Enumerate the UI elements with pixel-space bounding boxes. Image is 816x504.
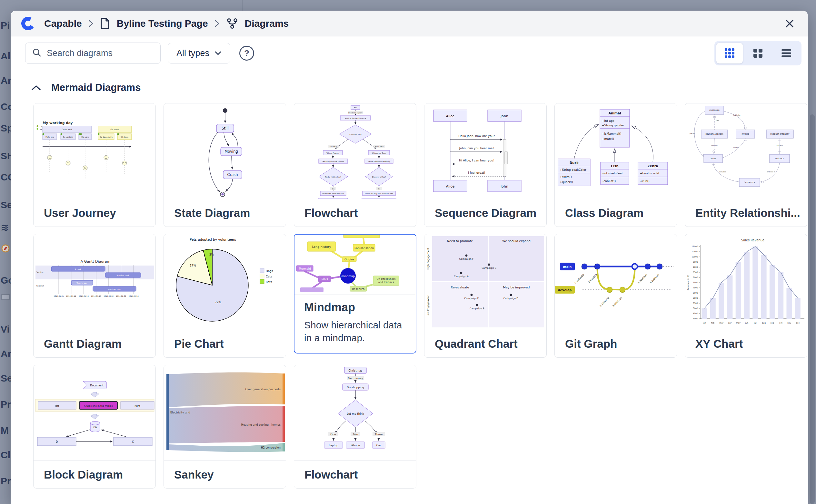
svg-text:ORDER: ORDER [710, 158, 716, 160]
backdrop-text-fragment: Cl [1, 450, 12, 460]
svg-text:2014-01-26: 2014-01-26 [91, 295, 101, 297]
diagram-card-quadrant-chart[interactable]: Need to promote We should expand Re-eval… [424, 234, 547, 358]
svg-text:apr: apr [728, 322, 732, 324]
diagram-card-block-diagram[interactable]: Document left A wide one in the middle r… [33, 365, 156, 489]
diagram-card-git-graph[interactable]: main develop 0-bd5aa20 1-8fae879 2-1094a… [554, 234, 677, 358]
view-large-grid-button[interactable] [745, 43, 771, 63]
card-title: Sequence Diagram [424, 199, 546, 227]
svg-text:8000: 8000 [693, 276, 698, 278]
svg-text:+quack(): +quack() [559, 180, 573, 184]
svg-text:PRODUCT: PRODUCT [775, 158, 784, 160]
breadcrumb-page[interactable]: Byline Testing Page [117, 18, 208, 29]
svg-text:dec: dec [796, 322, 800, 324]
diagram-card-entity-relationship[interactable]: CUSTOMER DELIVERY-ADDRESS INVOICE PRODUC… [685, 103, 807, 227]
card-title: XY Chart [685, 330, 807, 357]
card-title: Sankey [164, 460, 286, 488]
card-title-block: Mindmap Show hierarchical data in a mind… [295, 295, 416, 353]
view-small-grid-button[interactable] [716, 43, 743, 63]
dialog-toolbar: All types ? [11, 36, 808, 70]
card-title: User Journey [34, 199, 155, 227]
svg-text:mindmap: mindmap [341, 275, 355, 278]
svg-text:Research: Research [352, 287, 365, 291]
svg-text:Let me think: Let me think [347, 412, 364, 415]
search-input-wrapper[interactable] [25, 43, 160, 64]
svg-text:Hello John, how are you?: Hello John, how are you? [458, 134, 495, 138]
svg-text:Hi Alice, I can hear you!: Hi Alice, I can hear you! [459, 159, 494, 162]
search-icon [32, 48, 42, 59]
search-input[interactable] [46, 48, 154, 59]
svg-text:Christmas: Christmas [349, 369, 363, 372]
close-icon[interactable] [784, 18, 795, 29]
backdrop-text-fragment: Se [1, 373, 12, 384]
svg-text:2014-01-12: 2014-01-12 [66, 295, 76, 297]
svg-text:Rats: Rats [266, 280, 272, 284]
svg-text:9000: 9000 [693, 266, 698, 268]
breadcrumb: Capable Byline Testing Page [20, 16, 289, 31]
breadcrumb-app[interactable]: Capable [44, 18, 82, 29]
svg-text:develop: develop [558, 288, 572, 292]
svg-text:receives: receives [711, 144, 718, 146]
svg-text:ordered in: ordered in [767, 171, 775, 173]
svg-text:Follow the Map to a Hidden Gla: Follow the Map to a Hidden Glade [365, 193, 393, 195]
diagram-card-mindmap[interactable]: Long history Popularisation Origins Merm… [294, 234, 416, 354]
svg-text:Crash: Crash [227, 172, 238, 177]
svg-text:3-8696b23: 3-8696b23 [612, 296, 623, 307]
diagram-card-flowchart-1[interactable]: You Decide to explore Magical Garden Ent… [294, 103, 416, 227]
svg-text:Campaign A: Campaign A [454, 275, 469, 278]
backdrop-text-fragment: Go [1, 275, 12, 286]
svg-text:+int age: +int age [602, 119, 615, 122]
svg-text:6000: 6000 [693, 297, 698, 299]
diagram-card-gantt-diagram[interactable]: A Gantt Diagram A task Another task Task… [33, 234, 156, 358]
diagram-card-user-journey[interactable]: My working day Cat Me Go to work Go home… [33, 103, 156, 227]
svg-text:oct: oct [779, 322, 782, 324]
svg-text:Campaign F: Campaign F [459, 257, 474, 260]
diagram-card-class-diagram[interactable]: Animal +int age +String gender +isMammal… [554, 103, 677, 227]
chevron-right-icon [88, 19, 93, 28]
svg-text:Magical Garden Entrance: Magical Garden Entrance [345, 117, 366, 120]
view-list-button[interactable] [773, 43, 800, 63]
svg-text:5500: 5500 [693, 302, 698, 304]
svg-text:ORDER-ITEM: ORDER-ITEM [744, 181, 755, 183]
page-scrollbar[interactable] [810, 114, 815, 504]
svg-text:Talking Flowers: Talking Flowers [326, 152, 339, 154]
svg-text:Alice: Alice [446, 184, 455, 189]
svg-text:2014-02-16: 2014-02-16 [129, 295, 139, 297]
svg-text:Cats: Cats [266, 275, 272, 278]
svg-text:Decide to explore: Decide to explore [348, 112, 363, 114]
svg-text:May be improved: May be improved [503, 286, 530, 289]
section-header-mermaid[interactable]: Mermaid Diagrams [31, 82, 808, 93]
diagram-card-state-diagram[interactable]: Still Moving Crash State Diagram [163, 103, 286, 227]
capable-logo-icon [20, 16, 36, 31]
svg-text:We should expand: We should expand [502, 239, 530, 243]
svg-text:H2 conversion: H2 conversion [261, 446, 281, 449]
backdrop-text-fragment: Pr [1, 399, 12, 410]
diagram-card-sankey[interactable]: Electricity grid Over generation / expor… [163, 365, 286, 489]
svg-text:2014-02-02: 2014-02-02 [103, 295, 113, 297]
svg-text:-int sizeInFeet: -int sizeInFeet [602, 172, 623, 175]
git-branch-icon [226, 18, 238, 29]
diagram-card-pie-chart[interactable]: Pets adopted by volunteers 79% 17% 3% Do… [163, 234, 286, 358]
svg-text:right: right [134, 404, 140, 407]
diagram-card-xy-chart[interactable]: Sales Revenue Revenue (in $) 11000105001… [685, 234, 807, 358]
svg-text:You: You [354, 107, 357, 109]
backdrop-text-fragment: Pr [1, 476, 12, 487]
type-filter-dropdown[interactable]: All types [168, 43, 230, 63]
svg-text:DB: DB [93, 426, 97, 429]
background-column-divider [242, 0, 243, 11]
backdrop-compass-icon [1, 244, 12, 256]
svg-text:PRODUCT-CATEGORY: PRODUCT-CATEGORY [771, 133, 790, 135]
svg-text:4000: 4000 [693, 317, 698, 320]
svg-text:Tools: Tools [321, 277, 328, 281]
chevron-up-icon [31, 85, 41, 91]
diagram-card-flowchart-2[interactable]: Christmas Get money Go shopping Let me t… [294, 365, 416, 489]
svg-text:+String beakColor: +String beakColor [559, 168, 586, 171]
svg-text:Zebra: Zebra [648, 164, 658, 168]
help-button[interactable]: ? [239, 46, 254, 61]
view-toggle-group [714, 41, 801, 65]
card-title: Mindmap [304, 301, 406, 314]
diagram-card-sequence-diagram[interactable]: Alice John Hello John, how are you? John… [424, 103, 547, 227]
svg-text:covers: covers [733, 146, 739, 148]
svg-text:Get money: Get money [348, 377, 363, 380]
svg-text:CUSTOMER: CUSTOMER [709, 109, 720, 111]
svg-text:Alice: Alice [446, 114, 455, 118]
